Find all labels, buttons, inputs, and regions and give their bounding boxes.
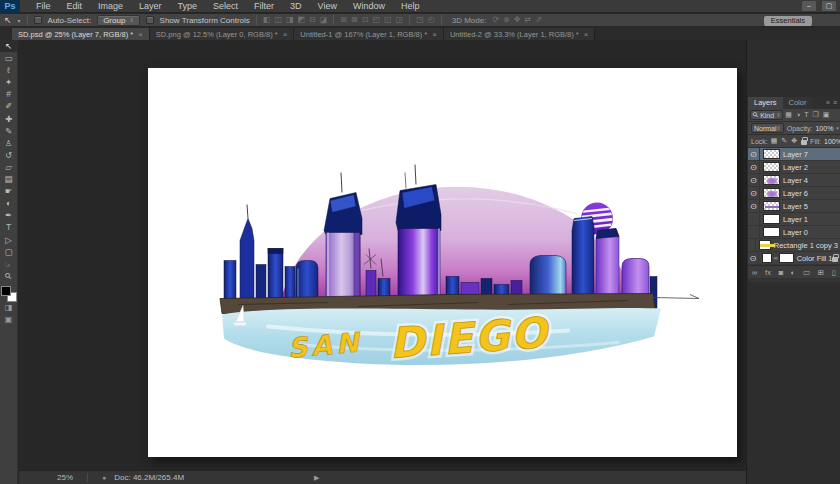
layer-row[interactable]: ʘLayer 7 (748, 148, 840, 161)
layer-thumbnail[interactable] (763, 188, 780, 198)
distribute-left-icon[interactable]: ◰ (372, 14, 380, 26)
quick-mask-icon[interactable]: ◨ (0, 302, 18, 314)
screen-mode-icon[interactable]: ▣ (0, 314, 18, 326)
lock-position-icon[interactable]: ✥ (791, 137, 797, 145)
align-left-edges-icon[interactable]: ◧ (263, 14, 271, 26)
auto-align-icon[interactable]: ◳ (416, 14, 424, 26)
lock-transparent-pixels-icon[interactable]: ▦ (771, 137, 778, 145)
path-selection-tool[interactable]: ▷ (0, 234, 18, 246)
layer-name[interactable]: Layer 6 (783, 189, 808, 198)
new-layer-icon[interactable]: ⊞ (818, 268, 824, 277)
tool-preset-caret-icon[interactable]: ▾ (18, 17, 21, 24)
panel-tab-layers[interactable]: Layers (748, 97, 783, 109)
layer-visibility-toggle[interactable]: ʘ (748, 161, 760, 174)
layer-name[interactable]: Layer 7 (783, 150, 808, 159)
restore-button[interactable]: ▢ (822, 1, 836, 11)
eraser-tool[interactable]: ▱ (0, 161, 18, 173)
pen-tool[interactable]: ✒ (0, 209, 18, 221)
zoom-tool[interactable]: ⚲ (0, 270, 18, 282)
show-transform-checkbox[interactable] (146, 16, 154, 24)
fill-value[interactable]: 100% (824, 138, 840, 145)
menu-edit[interactable]: Edit (59, 0, 91, 13)
history-brush-tool[interactable]: ↺ (0, 149, 18, 161)
foreground-color-swatch[interactable] (1, 286, 11, 296)
layer-thumbnail[interactable] (763, 227, 780, 237)
distribute-bottom-icon[interactable]: ⊡ (362, 14, 369, 26)
layer-visibility-toggle[interactable]: ʘ (748, 187, 760, 200)
filter-type-layers-icon[interactable]: T (804, 111, 808, 119)
filter-shape-layers-icon[interactable]: ❒ (813, 111, 819, 119)
shape-tool[interactable]: ▢ (0, 246, 18, 258)
layer-mask-thumbnail[interactable] (779, 253, 794, 263)
delete-layer-icon[interactable]: ▯ (832, 268, 836, 277)
layer-name[interactable]: Layer 2 (783, 163, 808, 172)
type-tool[interactable]: T (0, 221, 18, 233)
auto-blend-icon[interactable]: ◴ (428, 14, 435, 26)
panel-menu-icon[interactable]: ≡ (833, 97, 837, 109)
menu-window[interactable]: Window (345, 0, 393, 13)
close-tab-icon[interactable]: × (138, 30, 143, 39)
gradient-tool[interactable]: ▤ (0, 173, 18, 185)
layer-row[interactable]: ʘLayer 4 (748, 174, 840, 187)
color-swatches[interactable] (1, 286, 17, 302)
layer-row[interactable]: Layer 1 (748, 213, 840, 226)
menu-3d[interactable]: 3D (282, 0, 310, 13)
smudge-tool[interactable]: ☛ (0, 185, 18, 197)
layer-thumbnail[interactable] (763, 201, 780, 211)
add-layer-mask-icon[interactable]: ◙ (779, 268, 784, 277)
layer-visibility-toggle[interactable]: ʘ (748, 200, 760, 213)
zoom-level-field[interactable]: 25% (57, 473, 73, 482)
workspace-switcher-button[interactable]: Essentials (764, 16, 812, 26)
layer-thumbnail[interactable] (763, 149, 780, 159)
layer-thumbnail[interactable] (759, 240, 771, 250)
align-top-edges-icon[interactable]: ◩ (298, 14, 306, 26)
layer-row[interactable]: Layer 0 (748, 226, 840, 239)
menu-view[interactable]: View (310, 0, 345, 13)
menu-image[interactable]: Image (90, 0, 131, 13)
brush-tool[interactable]: ✎ (0, 125, 18, 137)
layer-name[interactable]: Layer 0 (783, 228, 808, 237)
healing-brush-tool[interactable]: ✚ (0, 113, 18, 125)
3d-rotate-icon[interactable]: ⟳ (492, 14, 499, 26)
minimize-button[interactable]: – (802, 1, 816, 11)
layer-visibility-toggle[interactable] (748, 226, 760, 239)
layer-row[interactable]: ʘLayer 5 (748, 200, 840, 213)
link-layers-icon[interactable]: ∞ (752, 268, 757, 277)
layer-name[interactable]: Layer 5 (783, 202, 808, 211)
layer-visibility-toggle[interactable] (748, 239, 756, 252)
filter-adjustment-layers-icon[interactable]: ◑ (796, 111, 800, 119)
layer-row[interactable]: Rectangle 1 copy 3 (748, 239, 840, 252)
layer-thumbnail[interactable] (763, 214, 780, 224)
status-flyout-icon[interactable]: ▶ (314, 474, 319, 482)
layer-name[interactable]: Color Fill 1 (797, 254, 833, 263)
auto-select-checkbox[interactable] (34, 16, 42, 24)
menu-layer[interactable]: Layer (131, 0, 170, 13)
layer-thumbnail[interactable] (763, 175, 780, 185)
layer-style-icon[interactable]: fx (765, 268, 771, 277)
document-tab[interactable]: Untitled-2 @ 33.3% (Layer 1, RGB/8) *× (444, 28, 596, 40)
chevron-down-icon[interactable]: ▾ (836, 125, 839, 131)
marquee-tool[interactable]: ▭ (0, 52, 18, 64)
menu-type[interactable]: Type (170, 0, 206, 13)
layer-name[interactable]: Layer 4 (783, 176, 808, 185)
layer-row[interactable]: ʘ∞Color Fill 1 (748, 252, 840, 265)
panel-tab-color[interactable]: Color (783, 97, 813, 109)
distribute-vertical-icon[interactable]: ⊠ (351, 14, 358, 26)
quick-selection-tool[interactable]: ✦ (0, 76, 18, 88)
filter-kind-dropdown[interactable]: ⚲ Kind ⇕ (750, 110, 783, 120)
layer-name[interactable]: Layer 1 (783, 215, 808, 224)
filter-pixel-layers-icon[interactable]: ▦ (785, 111, 792, 119)
clone-stamp-tool[interactable]: ♙ (0, 137, 18, 149)
layer-thumbnail[interactable] (763, 162, 780, 172)
distribute-top-icon[interactable]: ⊞ (340, 14, 347, 26)
layer-visibility-toggle[interactable]: ʘ (748, 174, 760, 187)
filter-smart-objects-icon[interactable]: ▣ (823, 111, 830, 119)
layer-visibility-toggle[interactable]: ʘ (748, 252, 759, 265)
3d-scale-icon[interactable]: ⇗ (535, 14, 542, 26)
dodge-tool[interactable]: ◐ (0, 197, 18, 209)
menu-filter[interactable]: Filter (246, 0, 282, 13)
close-tab-icon[interactable]: × (283, 30, 288, 39)
move-tool-preset-icon[interactable]: ↖ (4, 14, 12, 26)
hand-tool[interactable]: ☞ (0, 258, 18, 270)
close-tab-icon[interactable]: × (584, 30, 589, 39)
